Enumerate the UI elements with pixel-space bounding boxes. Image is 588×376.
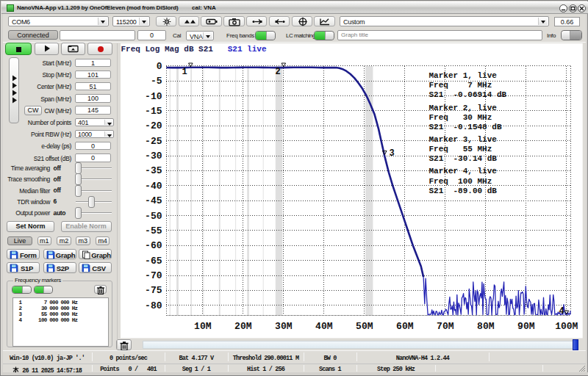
svg-text:Marker 2, live: Marker 2, live <box>429 104 498 112</box>
svg-text:-15: -15 <box>145 106 162 117</box>
svg-text:S21 live: S21 live <box>213 45 267 54</box>
svg-text:Freq Log Mag dB S21: Freq Log Mag dB S21 <box>121 45 214 54</box>
svg-text:-20: -20 <box>145 120 162 131</box>
svg-text:S21 -0.1548 dB: S21 -0.1548 dB <box>429 123 502 131</box>
svg-text:50M: 50M <box>356 321 373 332</box>
svg-text:70M: 70M <box>437 321 454 332</box>
svg-text:Freq 30 MHz: Freq 30 MHz <box>429 113 492 122</box>
svg-text:-45: -45 <box>145 195 162 206</box>
svg-text:-70: -70 <box>145 270 162 281</box>
svg-text:90M: 90M <box>517 321 535 332</box>
svg-text:-35: -35 <box>145 165 162 176</box>
svg-text:60M: 60M <box>396 321 414 332</box>
svg-text:Marker 1, live: Marker 1, live <box>429 71 498 80</box>
svg-text:-75: -75 <box>145 285 162 296</box>
svg-text:100M: 100M <box>555 321 578 332</box>
svg-text:30M: 30M <box>275 321 293 332</box>
svg-text:-25: -25 <box>145 136 162 147</box>
svg-text:-80: -80 <box>145 300 162 311</box>
svg-text:10M: 10M <box>194 321 212 332</box>
svg-text:Marker 4, live: Marker 4, live <box>429 167 498 176</box>
svg-text:4: 4 <box>559 306 564 317</box>
svg-text:-60: -60 <box>145 240 162 251</box>
svg-text:20M: 20M <box>234 321 252 332</box>
svg-text:2: 2 <box>276 67 281 77</box>
svg-text:-40: -40 <box>145 181 162 192</box>
svg-text:-55: -55 <box>145 225 162 236</box>
svg-text:S21 -0.06914 dB: S21 -0.06914 dB <box>429 90 507 99</box>
svg-text:80M: 80M <box>477 321 495 332</box>
svg-text:-50: -50 <box>145 211 162 222</box>
svg-text:0: 0 <box>157 61 162 72</box>
svg-text:1: 1 <box>182 67 187 77</box>
svg-text:Freq 7 MHz: Freq 7 MHz <box>429 81 492 90</box>
svg-text:-10: -10 <box>145 91 162 102</box>
svg-text:Marker 3, live: Marker 3, live <box>429 135 498 144</box>
svg-text:3: 3 <box>390 148 395 159</box>
svg-text:40M: 40M <box>315 321 333 332</box>
svg-text:-65: -65 <box>145 256 162 267</box>
svg-text:-30: -30 <box>145 151 162 162</box>
svg-text:Freq 100 MHz: Freq 100 MHz <box>429 177 492 186</box>
svg-text:-5: -5 <box>151 76 162 87</box>
svg-text:S21 -30.14 dB: S21 -30.14 dB <box>429 154 498 163</box>
svg-text:Freq 55 MHz: Freq 55 MHz <box>429 145 492 153</box>
svg-text:S21 -89.00 dB: S21 -89.00 dB <box>429 187 498 195</box>
